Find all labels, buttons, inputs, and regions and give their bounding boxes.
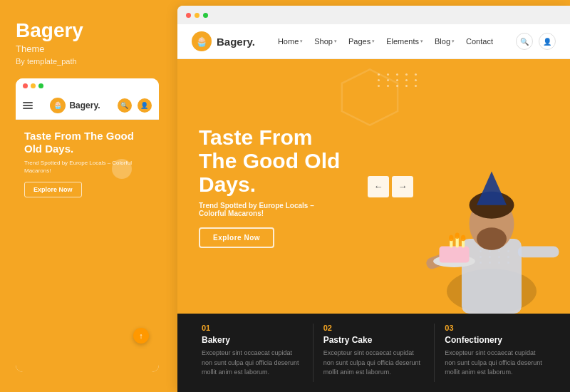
nav-elements[interactable]: Elements ▾ (386, 37, 423, 46)
mobile-logo-area: 🧁 Bagery. (50, 98, 100, 113)
nav-blog[interactable]: Blog ▾ (435, 37, 455, 46)
desktop-logo-area: 🧁 Bagery. (192, 31, 255, 51)
svg-rect-8 (518, 247, 559, 258)
hero-person-image (413, 171, 570, 314)
hero-content: Taste From The Good Old Days. Trend Spot… (177, 104, 363, 269)
hero-title: Taste From The Good Old Days. (199, 125, 341, 196)
mobile-nav: 🧁 Bagery. 🔍 👤 (16, 92, 159, 120)
svg-point-16 (461, 235, 465, 241)
mobile-hero-title: Taste From The Good Old Days. (24, 130, 150, 155)
desktop-menu: Home ▾ Shop ▾ Pages ▾ Elements ▾ Blog ▾ … (278, 37, 493, 46)
hamburger-icon[interactable] (23, 102, 33, 109)
up-arrow-icon[interactable]: ↑ (133, 328, 149, 344)
hamburger-line (23, 105, 33, 106)
chevron-down-icon: ▾ (372, 38, 375, 44)
card-pastry: 02 Pastry Cake Excepteur sint occaecat c… (314, 324, 435, 382)
nav-home[interactable]: Home ▾ (278, 37, 303, 46)
card-number-3: 03 (445, 324, 546, 332)
hamburger-line (23, 102, 33, 103)
dot-green (38, 83, 43, 88)
dot-yellow (31, 83, 36, 88)
dot-red (186, 13, 191, 18)
chevron-down-icon: ▾ (452, 38, 455, 44)
card-text-2: Excepteur sint occaecat cupidat non sunt… (323, 349, 425, 378)
desktop-nav: 🧁 Bagery. Home ▾ Shop ▾ Pages ▾ Elements… (177, 24, 570, 59)
mobile-top-bar (16, 78, 159, 92)
desktop-top-bar (177, 6, 570, 24)
card-confectionery: 03 Confectionery Excepteur sint occaecat… (435, 324, 556, 382)
dots-pattern-top (378, 73, 420, 87)
chevron-down-icon: ▾ (300, 38, 303, 44)
hero-nav-arrows: ← → (368, 176, 413, 197)
prev-arrow[interactable]: ← (368, 176, 389, 197)
card-text-1: Excepteur sint occaecat cupidat non sunt… (202, 349, 303, 378)
theme-title: Bagery (16, 20, 159, 42)
svg-point-15 (455, 233, 460, 239)
desktop-hero: Taste From The Good Old Days. Trend Spot… (177, 59, 570, 314)
mobile-logo-text: Bagery. (69, 100, 100, 110)
theme-name: Bagery Theme By template_path (16, 20, 159, 66)
dot-red (23, 83, 28, 88)
desktop-logo-icon: 🧁 (192, 31, 212, 51)
user-icon[interactable]: 👤 (539, 33, 556, 50)
card-title-3: Confectionery (445, 335, 546, 345)
chevron-down-icon: ▾ (420, 38, 423, 44)
next-arrow[interactable]: → (392, 176, 413, 197)
card-title-1: Bakery (202, 335, 303, 345)
hamburger-line (23, 108, 33, 109)
desktop-logo-text: Bagery. (217, 36, 255, 48)
person-svg (413, 171, 570, 314)
mobile-mockup: 🧁 Bagery. 🔍 👤 Taste From The Good Old Da… (16, 78, 159, 372)
dot-yellow (195, 13, 200, 18)
theme-by: By template_path (16, 57, 159, 66)
mobile-user-icon[interactable]: 👤 (138, 98, 152, 113)
mobile-explore-button[interactable]: Explore Now (24, 182, 82, 197)
explore-button[interactable]: Explore Now (199, 227, 274, 248)
card-number-1: 01 (202, 324, 303, 332)
mobile-hero-subtitle: Trend Spotted by Europe Locals – Colorfu… (24, 159, 150, 175)
svg-point-6 (477, 227, 507, 250)
chevron-down-icon: ▾ (334, 38, 337, 44)
mobile-nav-icons: 🔍 👤 (118, 98, 152, 113)
mobile-search-icon[interactable]: 🔍 (118, 98, 132, 113)
theme-subtitle: Theme (16, 43, 159, 54)
svg-marker-5 (477, 172, 507, 205)
card-text-3: Excepteur sint occaecat cupidat non sunt… (445, 349, 546, 378)
dot-green (203, 13, 208, 18)
card-number-2: 02 (323, 324, 425, 332)
left-panel: Bagery Theme By template_path 🧁 Bagery. … (0, 0, 175, 392)
nav-shop[interactable]: Shop ▾ (314, 37, 337, 46)
hero-subtitle: Trend Spotted by Europe Locals – Colorfu… (199, 202, 341, 217)
search-icon[interactable]: 🔍 (516, 33, 533, 50)
card-bakery: 01 Bakery Excepteur sint occaecat cupida… (192, 324, 314, 382)
desktop-bottom-cards: 01 Bakery Excepteur sint occaecat cupida… (177, 314, 570, 392)
desktop-nav-actions: 🔍 👤 (516, 33, 556, 50)
nav-contact[interactable]: Contact (466, 37, 493, 46)
svg-rect-10 (440, 247, 470, 263)
mobile-logo-icon: 🧁 (50, 98, 66, 113)
nav-pages[interactable]: Pages ▾ (348, 37, 375, 46)
svg-point-14 (449, 235, 453, 241)
card-title-2: Pastry Cake (323, 335, 425, 345)
desktop-mockup: 🧁 Bagery. Home ▾ Shop ▾ Pages ▾ Elements… (177, 6, 570, 392)
mobile-hero: Taste From The Good Old Days. Trend Spot… (16, 120, 159, 372)
